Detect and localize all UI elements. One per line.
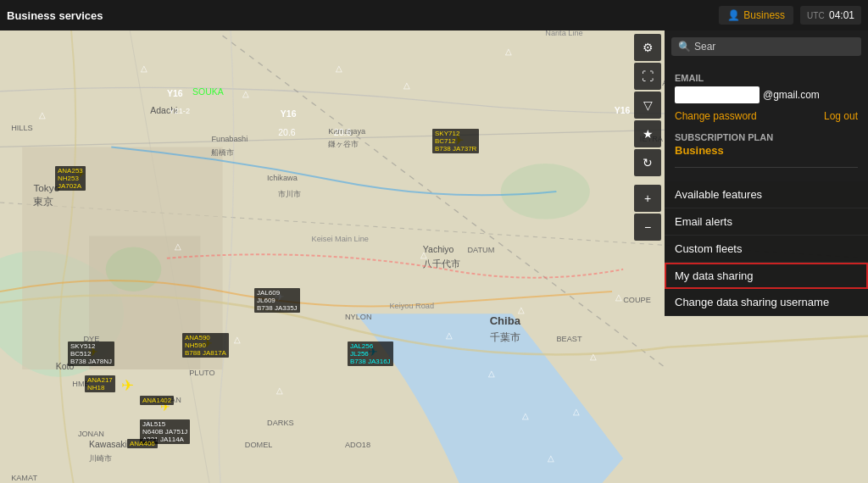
waypoint-marker: △ xyxy=(175,242,181,251)
svg-text:JONAN: JONAN xyxy=(78,430,104,438)
refresh-button[interactable]: ↻ xyxy=(634,149,661,176)
user-account-button[interactable]: 👤 Business xyxy=(719,6,793,25)
flight-label-ana406[interactable]: ANA406 xyxy=(127,439,158,448)
svg-text:Y21-2: Y21-2 xyxy=(170,107,190,115)
svg-text:Keisei Main Line: Keisei Main Line xyxy=(312,235,369,243)
change-password-link[interactable]: Change password xyxy=(675,110,757,122)
menu-list: Available features Email alerts Custom f… xyxy=(665,181,868,316)
waypoint-marker: △ xyxy=(420,250,427,259)
aircraft-cluster[interactable]: ✈ xyxy=(121,376,134,395)
waypoint-marker: △ xyxy=(234,335,241,344)
waypoint-marker: △ xyxy=(573,407,580,416)
waypoint-marker: △ xyxy=(590,352,597,361)
account-panel: EMAIL @gmail.com Change password Log out… xyxy=(665,63,868,181)
svg-point-8 xyxy=(106,247,162,292)
flight-label-ana590[interactable]: ANA590NH590B788 JA817A xyxy=(182,333,229,358)
waypoint-marker: △ xyxy=(518,305,525,314)
settings-button[interactable]: ⚙ xyxy=(634,34,661,61)
svg-text:Y16: Y16 xyxy=(167,88,183,98)
svg-text:DOMEL: DOMEL xyxy=(245,441,273,449)
svg-text:COUPE: COUPE xyxy=(623,296,651,304)
svg-text:船橋市: 船橋市 xyxy=(211,148,234,157)
svg-text:HILLS: HILLS xyxy=(11,124,33,132)
email-domain: @gmail.com xyxy=(763,89,820,101)
waypoint-marker: △ xyxy=(403,80,410,90)
menu-item-my-data-sharing[interactable]: My data sharing xyxy=(665,263,868,289)
waypoint-marker: △ xyxy=(141,64,147,73)
waypoint-marker: △ xyxy=(522,411,529,420)
svg-text:Keiyou Road: Keiyou Road xyxy=(389,302,434,310)
waypoint-marker: △ xyxy=(505,47,512,56)
svg-text:Ichikawa: Ichikawa xyxy=(267,174,298,182)
zoom-out-button[interactable]: − xyxy=(634,214,661,241)
menu-item-change-data-sharing[interactable]: Change data sharing username xyxy=(665,289,868,316)
svg-text:Y16: Y16 xyxy=(615,105,631,115)
svg-text:鎌ヶ谷市: 鎌ヶ谷市 xyxy=(328,140,359,148)
svg-text:SOUKA: SOUKA xyxy=(192,86,224,97)
account-links: Change password Log out xyxy=(675,110,858,122)
svg-text:ADO18: ADO18 xyxy=(345,441,370,449)
topbar: Business services 👤 Business UTC 04:01 xyxy=(0,0,868,31)
flight-label-jal256[interactable]: JAL256JL256B738 JA316J xyxy=(348,341,393,366)
divider xyxy=(675,167,858,168)
flight-label-sky512[interactable]: SKY512BC512B738 JA78NJ xyxy=(68,341,114,366)
logout-link[interactable]: Log out xyxy=(824,110,858,122)
svg-text:Y16: Y16 xyxy=(281,108,297,119)
search-box[interactable]: 🔍 Sear xyxy=(671,37,861,56)
flight-label-ana1402[interactable]: ANA1402 xyxy=(140,396,174,405)
svg-text:20.6: 20.6 xyxy=(278,127,296,137)
waypoint-marker: △ xyxy=(488,369,495,378)
zoom-in-button[interactable]: + xyxy=(634,185,661,212)
svg-text:DATUM: DATUM xyxy=(467,246,494,254)
current-time: 04:01 xyxy=(829,9,854,21)
search-icon: 🔍 xyxy=(678,41,691,53)
svg-text:NYLON: NYLON xyxy=(345,313,372,321)
svg-text:千葉市: 千葉市 xyxy=(490,331,520,343)
filter-button[interactable]: ▽ xyxy=(634,92,661,119)
flight-label-ana253[interactable]: ANA253NH253JA702A xyxy=(55,166,86,191)
waypoint-marker: △ xyxy=(242,89,249,98)
user-label: Business xyxy=(743,9,785,21)
menu-item-custom-fleets[interactable]: Custom fleets xyxy=(665,236,868,263)
svg-point-9 xyxy=(501,164,590,219)
map-controls: ⚙ ⛶ ▽ ★ ↻ + − xyxy=(631,31,665,244)
subscription-plan: Business xyxy=(675,144,858,157)
svg-text:BEAST: BEAST xyxy=(556,335,581,343)
svg-text:PLUTO: PLUTO xyxy=(189,369,214,377)
email-input[interactable] xyxy=(675,86,760,103)
flight-label-sky712[interactable]: SKY712BC712B738 JA737R xyxy=(432,129,479,153)
user-icon: 👤 xyxy=(727,9,740,21)
app-title: Business services xyxy=(7,9,103,22)
fullscreen-button[interactable]: ⛶ xyxy=(634,63,661,90)
subscription-label: SUBSCRIPTION PLAN xyxy=(675,132,858,142)
svg-text:KAMAT: KAMAT xyxy=(11,474,37,482)
star-button[interactable]: ★ xyxy=(634,120,661,147)
svg-text:DARKS: DARKS xyxy=(267,419,294,427)
flight-label-jal609[interactable]: JAL609JL609B738 JA335J xyxy=(254,288,300,313)
svg-text:20.6: 20.6 xyxy=(334,127,352,137)
svg-text:川崎市: 川崎市 xyxy=(89,454,112,463)
flight-label-ana217[interactable]: ANA217NH18 xyxy=(85,375,115,392)
svg-text:東京: 東京 xyxy=(33,196,53,208)
waypoint-marker: △ xyxy=(548,453,554,463)
svg-text:Kawasaki: Kawasaki xyxy=(89,439,127,449)
utc-label: UTC xyxy=(807,11,825,20)
svg-text:Yachiyo: Yachiyo xyxy=(423,244,454,254)
waypoint-marker: △ xyxy=(446,330,453,340)
svg-text:市川市: 市川市 xyxy=(278,190,301,198)
email-input-row: @gmail.com xyxy=(675,86,858,103)
svg-text:Funabashi: Funabashi xyxy=(211,135,248,143)
email-label: EMAIL xyxy=(675,73,858,83)
time-display: UTC 04:01 xyxy=(800,6,861,25)
waypoint-marker: △ xyxy=(276,386,283,395)
waypoint-marker: △ xyxy=(615,292,622,302)
search-text: Sear xyxy=(694,41,715,53)
waypoint-marker: △ xyxy=(336,64,342,73)
right-panel: 🔍 Sear EMAIL @gmail.com Change password … xyxy=(665,31,868,316)
waypoint-marker: △ xyxy=(39,110,46,119)
menu-item-email-alerts[interactable]: Email alerts xyxy=(665,208,868,236)
subscription-section: SUBSCRIPTION PLAN Business xyxy=(675,132,858,157)
search-row: 🔍 Sear xyxy=(665,31,868,63)
menu-item-available-features[interactable]: Available features xyxy=(665,181,868,208)
svg-text:Chiba: Chiba xyxy=(490,314,521,327)
